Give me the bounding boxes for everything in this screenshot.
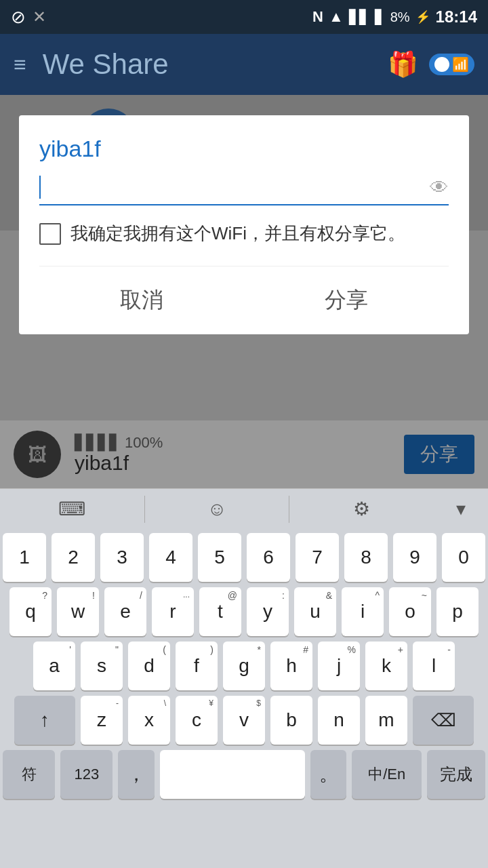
wifi-toggle[interactable]: 📶 [429, 54, 474, 75]
keyboard-icon-section[interactable]: ⌨ [0, 498, 144, 520]
emoji-icon[interactable]: ☺ [207, 498, 227, 520]
eye-icon[interactable]: 👁 [430, 176, 449, 199]
sym-key[interactable]: 符 [3, 750, 55, 799]
signal-bars: ▋▋ [349, 9, 369, 25]
asdf-row: 'a "s (d )f *g #h %j +k -l [3, 642, 485, 690]
key-f[interactable]: )f [176, 642, 218, 690]
settings-icon[interactable]: ⚙ [353, 498, 370, 520]
key-w[interactable]: !w [57, 587, 99, 636]
key-p[interactable]: p [436, 587, 479, 636]
key-7[interactable]: 7 [296, 533, 339, 582]
toggle-dot [434, 57, 449, 72]
key-z[interactable]: -z [81, 696, 123, 745]
keyboard-dismiss-button[interactable]: ▾ [434, 498, 488, 520]
menu-icon[interactable]: ≡ [14, 52, 26, 77]
share-dialog: yiba1f 👁 我确定我拥有这个WiFi，并且有权分享它。 取消 分享 [19, 115, 469, 334]
key-r[interactable]: ...r [152, 587, 194, 636]
key-1[interactable]: 1 [3, 533, 46, 582]
keyboard-toolbar: ⌨ ☺ ⚙ ▾ [0, 488, 488, 529]
battery-icon: ▋ [375, 9, 385, 25]
dialog-buttons: 取消 分享 [39, 266, 449, 321]
icon1: ⊘ [11, 7, 26, 28]
key-9[interactable]: 9 [393, 533, 436, 582]
key-h[interactable]: #h [270, 642, 312, 690]
space-row: 符 123 ， 。 中/En 完成 [3, 750, 485, 799]
key-b[interactable]: b [270, 696, 312, 745]
key-n[interactable]: n [318, 696, 360, 745]
charging-icon: ⚡ [415, 9, 430, 24]
icon2: ✕ [33, 7, 46, 26]
clock: 18:14 [436, 7, 477, 26]
zxcv-row: ↑ -z \x ¥c $v b n m ⌫ [3, 696, 485, 745]
dialog-wifi-name: yiba1f [39, 136, 449, 162]
key-c[interactable]: ¥c [176, 696, 218, 745]
key-s[interactable]: "s [81, 642, 123, 690]
soft-keyboard: 1 2 3 4 5 6 7 8 9 0 ?q !w /e ...r @t :y … [0, 529, 488, 868]
key-6[interactable]: 6 [247, 533, 290, 582]
keyboard-icon[interactable]: ⌨ [58, 498, 85, 520]
key-g[interactable]: *g [223, 642, 265, 690]
status-bar: ⊘ ✕ N ▲ ▋▋ ▋ 8% ⚡ 18:14 [0, 0, 488, 34]
space-key[interactable] [160, 750, 305, 799]
key-5[interactable]: 5 [198, 533, 241, 582]
key-l[interactable]: -l [413, 642, 455, 690]
confirm-checkbox-row: 我确定我拥有这个WiFi，并且有权分享它。 [39, 222, 449, 245]
share-confirm-button[interactable]: 分享 [298, 280, 395, 321]
wifi-toggle-icon: 📶 [452, 56, 469, 73]
key-0[interactable]: 0 [442, 533, 485, 582]
backspace-key[interactable]: ⌫ [413, 696, 474, 745]
key-y[interactable]: :y [247, 587, 289, 636]
key-m[interactable]: m [365, 696, 407, 745]
key-i[interactable]: ^i [342, 587, 384, 636]
dot-key[interactable]: 。 [310, 750, 346, 799]
lang-key[interactable]: 中/En [352, 750, 422, 799]
key-d[interactable]: (d [128, 642, 170, 690]
cancel-button[interactable]: 取消 [93, 280, 190, 321]
header-icons: 🎁 📶 [388, 50, 474, 79]
key-2[interactable]: 2 [52, 533, 95, 582]
key-8[interactable]: 8 [344, 533, 388, 582]
chevron-down-icon: ▾ [456, 498, 466, 520]
comma-key[interactable]: ， [118, 750, 154, 799]
status-left-icons: ⊘ ✕ [11, 7, 46, 28]
qwerty-row: ?q !w /e ...r @t :y &u ^i ~o p [3, 587, 485, 636]
key-o[interactable]: ~o [389, 587, 431, 636]
key-v[interactable]: $v [223, 696, 265, 745]
key-q[interactable]: ?q [9, 587, 52, 636]
key-k[interactable]: +k [365, 642, 407, 690]
key-a[interactable]: 'a [33, 642, 75, 690]
shift-key[interactable]: ↑ [14, 696, 75, 745]
confirm-label: 我确定我拥有这个WiFi，并且有权分享它。 [70, 222, 405, 245]
number-row: 1 2 3 4 5 6 7 8 9 0 [3, 533, 485, 582]
num123-key[interactable]: 123 [60, 750, 113, 799]
battery-percent: 8% [390, 9, 410, 25]
network-icon: N [312, 8, 323, 26]
app-title: We Share [43, 48, 388, 81]
confirm-checkbox[interactable] [39, 223, 61, 245]
key-t[interactable]: @t [199, 587, 241, 636]
key-e[interactable]: /e [104, 587, 146, 636]
password-input[interactable] [41, 176, 430, 199]
wifi-icon: ▲ [329, 8, 344, 26]
gift-icon[interactable]: 🎁 [388, 50, 418, 79]
key-4[interactable]: 4 [149, 533, 192, 582]
key-x[interactable]: \x [128, 696, 170, 745]
done-key[interactable]: 完成 [427, 750, 485, 799]
key-3[interactable]: 3 [100, 533, 144, 582]
password-input-row: 👁 [39, 176, 449, 205]
settings-icon-section[interactable]: ⚙ [289, 498, 434, 520]
app-header: ≡ We Share 🎁 📶 [0, 34, 488, 95]
status-right-icons: N ▲ ▋▋ ▋ 8% ⚡ 18:14 [312, 7, 477, 26]
emoji-icon-section[interactable]: ☺ [145, 498, 289, 520]
key-u[interactable]: &u [294, 587, 336, 636]
key-j[interactable]: %j [318, 642, 360, 690]
